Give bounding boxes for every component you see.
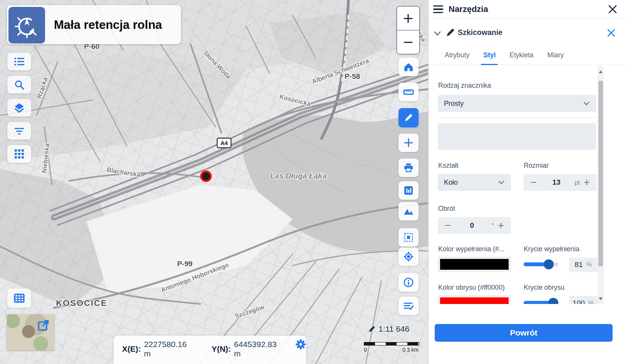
scrollbar-thumb[interactable] <box>598 81 603 266</box>
map-graphic: A4 P-60Słona WodaP-58Alberta Schweitzera… <box>0 0 428 364</box>
home-button[interactable] <box>399 58 419 76</box>
size-value[interactable]: 13 <box>539 178 574 187</box>
add-data-button[interactable] <box>399 134 419 152</box>
scale-value: 1:11 646 <box>378 324 409 334</box>
style-tabs: Atrybuty Styl Etykieta Miary <box>429 48 628 65</box>
info-button[interactable] <box>399 273 419 292</box>
panel-close-icon[interactable] <box>608 5 617 14</box>
rotation-stepper: 0 ° <box>438 217 511 234</box>
map-label: P-99 <box>177 260 193 268</box>
attribute-table-button[interactable] <box>7 289 31 308</box>
search-button[interactable] <box>7 76 31 94</box>
fill-color-label: Kolor wypełnienia (#... <box>438 245 504 253</box>
rotation-value[interactable]: 0 <box>453 221 491 230</box>
printer-icon <box>404 163 414 172</box>
sketch-close-icon[interactable] <box>607 28 616 37</box>
stroke-color-label: Kolor obrysu (#ff0000) <box>438 284 505 292</box>
legend-button[interactable] <box>7 53 31 70</box>
map-label: KOSOCICE <box>56 298 107 308</box>
back-button[interactable]: Powrót <box>435 324 613 342</box>
measure-button[interactable] <box>399 83 419 101</box>
sketch-tool-button-active[interactable] <box>399 108 419 127</box>
terrain-button[interactable] <box>399 202 419 220</box>
coords-settings-gear-icon[interactable] <box>295 339 306 350</box>
mountains-icon <box>404 207 414 215</box>
scale-end: 0.3 km <box>402 347 419 353</box>
size-increase-button[interactable] <box>581 180 592 185</box>
print-button[interactable] <box>399 159 419 177</box>
pencil-icon <box>404 113 413 122</box>
filter-button[interactable] <box>7 122 31 140</box>
shape-label: Kształt <box>438 162 459 170</box>
fill-opacity-value: 81 <box>574 260 583 269</box>
compass-icon <box>14 13 40 38</box>
stroke-opacity-slider[interactable] <box>524 298 558 304</box>
task-list-check-icon <box>404 302 414 310</box>
map-canvas[interactable]: A4 P-60Słona WodaP-58Alberta Schweitzera… <box>0 0 428 364</box>
marker-type-select[interactable]: Prosty <box>438 95 596 112</box>
scrollbar-down-arrow[interactable] <box>598 296 604 302</box>
layers-button[interactable] <box>7 99 31 117</box>
panel-header: Narzędzia <box>429 0 628 18</box>
sketch-point-marker[interactable] <box>201 172 211 181</box>
apps-grid-button[interactable] <box>7 145 31 163</box>
fill-opacity-slider[interactable] <box>524 259 558 269</box>
legend-list-icon <box>14 57 24 66</box>
stroke-opacity-value-box[interactable]: 100 % <box>569 296 598 304</box>
zoom-control <box>397 6 420 54</box>
size-decrease-button[interactable] <box>528 180 539 185</box>
coord-x-value: 2227580.16 m <box>144 340 196 358</box>
rotation-increase-button[interactable] <box>496 223 506 228</box>
scale-start: 0 <box>364 347 367 353</box>
map-scale[interactable]: 1:11 646 <box>368 324 409 334</box>
slider-handle[interactable] <box>544 259 554 269</box>
plus-icon <box>584 180 589 185</box>
scrollbar-up-arrow[interactable] <box>598 68 604 75</box>
app-title: Mała retencja rolna <box>54 18 162 32</box>
sketch-section-header: Szkicowanie <box>429 25 628 41</box>
expand-icon[interactable] <box>38 319 49 331</box>
tools-panel: Narzędzia Szkicowanie Atrybuty Styl Etyk… <box>428 0 628 364</box>
chevron-down-icon <box>498 179 505 186</box>
home-icon <box>404 62 414 72</box>
add-plus-icon <box>404 138 413 147</box>
size-unit: pt <box>574 179 580 186</box>
fill-opacity-value-box[interactable]: 81 % <box>569 257 598 272</box>
chart-button[interactable] <box>399 181 419 200</box>
fill-opacity-unit: % <box>586 261 592 269</box>
scale-bar <box>364 342 419 346</box>
slider-handle[interactable] <box>548 298 558 304</box>
locate-button[interactable] <box>399 247 419 266</box>
tab-styl[interactable]: Styl <box>483 48 496 65</box>
marker-type-value: Prosty <box>444 100 464 108</box>
minus-icon <box>404 38 413 47</box>
tab-miary[interactable]: Miary <box>548 48 564 65</box>
menu-hamburger-icon[interactable] <box>433 5 443 13</box>
select-region-button[interactable] <box>399 228 419 247</box>
scale-bar-labels: 0 0.3 km <box>364 347 419 353</box>
fill-opacity-label: Krycie wypełnienia <box>524 245 579 253</box>
stroke-color-swatch[interactable] <box>438 295 511 304</box>
stroke-opacity-value: 100 <box>573 299 585 304</box>
app-root: A4 P-60Słona WodaP-58Alberta Schweitzera… <box>0 0 628 364</box>
zoom-in-button[interactable] <box>397 7 419 30</box>
rotation-decrease-button[interactable] <box>442 223 453 228</box>
header-divider <box>429 18 628 19</box>
tab-atrybuty[interactable]: Atrybuty <box>445 48 469 65</box>
rotation-label: Obrót <box>438 205 455 213</box>
plus-icon <box>404 14 413 23</box>
table-grid-icon <box>14 294 25 303</box>
collapse-chevron-icon[interactable] <box>433 29 442 38</box>
filter-icon <box>14 127 24 135</box>
tab-etykieta[interactable]: Etykieta <box>509 48 533 65</box>
sketch-pencil-icon <box>445 28 455 37</box>
zoom-out-button[interactable] <box>397 30 419 54</box>
fill-color-swatch[interactable] <box>438 257 511 272</box>
coord-y-value: 6445392.83 m <box>234 340 286 358</box>
road-shield-a4: A4 <box>217 138 231 148</box>
shape-select[interactable]: Koło <box>438 174 511 191</box>
search-icon <box>14 80 24 90</box>
task-list-button[interactable] <box>399 297 419 315</box>
overview-minimap[interactable] <box>7 314 54 350</box>
minus-icon <box>445 223 450 228</box>
